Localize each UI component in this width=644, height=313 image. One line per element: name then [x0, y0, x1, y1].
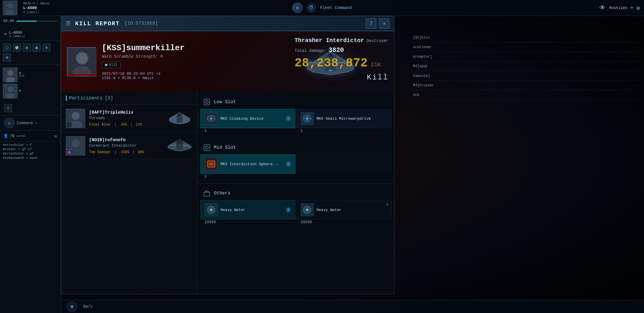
export-icon: ⤴: [370, 21, 372, 26]
jump-count: 0 jump(s): [9, 35, 25, 38]
location-name: L-AS00: [9, 31, 25, 35]
participant-ship-2: Cormorant Interdictor: [89, 143, 162, 148]
nav-icon-5[interactable]: ⊕: [42, 43, 50, 52]
command-section: ◎ Command ›: [0, 115, 61, 130]
participant-item-1[interactable]: [DAFT]TripleHelix Tornado Final Blow | 4…: [61, 105, 197, 132]
portrait-2[interactable]: [3, 84, 17, 98]
fit-person-icon-1: 👤: [286, 116, 291, 121]
low-slot-item-2-wrapper: MK9 Small Microwarpdrive 1: [296, 109, 391, 134]
nav-icon-4[interactable]: ◉: [32, 43, 41, 52]
low-slot-section: Low Slot: [198, 92, 394, 138]
others-item-1-wrapper: Heavy Water 👤 19350: [200, 200, 295, 225]
low-slot-item-2-details: MK9 Small Microwarpdrive: [316, 117, 387, 121]
target-icon[interactable]: ◎: [4, 118, 15, 128]
microwarpdrive-icon: [301, 112, 314, 125]
pct-display: 49.0%: [3, 19, 14, 23]
others-item-2-close[interactable]: ✕: [385, 202, 390, 207]
kill-report-title: KILL REPORT: [75, 20, 120, 27]
clock-icon: ⏱: [307, 3, 316, 12]
export-button[interactable]: ⤴: [366, 18, 376, 29]
participant-ship-img-2: [167, 137, 193, 154]
corp-icon-1: [66, 122, 72, 128]
portrait-1[interactable]: [3, 68, 17, 82]
settings-icon[interactable]: ⚙: [67, 301, 77, 312]
add-button[interactable]: +: [4, 104, 12, 112]
participant-name-1: [DAFT]TripleHelix: [89, 110, 162, 115]
mid-slot-item-2: [296, 154, 391, 172]
close-button[interactable]: ✕: [379, 18, 390, 29]
low-slot-item-2[interactable]: MK9 Small Microwarpdrive: [296, 109, 391, 128]
low-slot-label: Low Slot: [214, 99, 236, 105]
participant-name-2: [NOIR]tofonofo: [89, 138, 162, 143]
kill-badge: Kill: [102, 62, 121, 68]
mid-slot-item-1[interactable]: MK5 Interdiction Sphere... 👤: [200, 154, 295, 174]
others-label: Others: [214, 191, 231, 196]
svg-point-60: [306, 209, 308, 211]
participant-ship-img-1: [167, 110, 193, 127]
low-slot-item-1-details: MK5 Cloaking Device: [220, 117, 283, 121]
mail-icon[interactable]: ✉: [54, 133, 57, 139]
svg-point-47: [306, 118, 308, 119]
right-item-2: ecutioner: [409, 43, 638, 52]
player-name: L-AS00: [23, 6, 50, 10]
equipment-panel: Low Slot: [198, 92, 394, 294]
others-item-2-wrapper: Heavy Water ✕ 29250: [296, 200, 391, 225]
kill-badge-text: Kill: [109, 63, 117, 67]
hero-section: [KSS]summerkiller Warp Scramble Strength…: [61, 31, 394, 92]
chat-2: Brutmor > gf o7: [3, 148, 58, 151]
svg-point-43: [210, 118, 212, 119]
isk-label: ISK: [370, 61, 381, 68]
heavy-water-icon-2: [301, 203, 314, 216]
svg-point-33: [68, 151, 71, 154]
chat-1: Vertechular > f: [3, 143, 58, 147]
interdiction-icon: [205, 158, 218, 170]
participant-item-2[interactable]: [NOIR]tofonofo Cormorant Interdictor Top…: [61, 132, 197, 160]
player-avatar[interactable]: [3, 1, 17, 15]
nav-icon-3[interactable]: ◈: [23, 43, 31, 52]
svg-rect-53: [204, 192, 210, 196]
add-section: +: [0, 101, 61, 115]
right-item-5: Capsule]: [409, 72, 638, 81]
others-item-2-qty: 29250: [296, 219, 391, 225]
participants-count: [2]: [105, 96, 113, 101]
top-bar: BMJD-4 | Omist L-AS00 0 jump(s) ⚙ ⏱ Flee…: [0, 0, 644, 16]
filter-icon[interactable]: ⊞: [636, 5, 640, 11]
right-item-4: MJ]xpq1: [409, 62, 638, 71]
others-item-1[interactable]: Heavy Water 👤: [200, 200, 295, 219]
svg-rect-52: [209, 163, 213, 165]
kr-body: Participants [2] [DAFT]TripleHelix Torna…: [61, 92, 394, 294]
player-corp: BMJD-4 | Omist: [23, 2, 50, 5]
svg-rect-37: [170, 145, 176, 146]
chat-3: Vertechular > gf: [3, 152, 58, 155]
others-item-1-details: Heavy Water: [220, 208, 283, 212]
others-item-2-details: Heavy Water: [316, 208, 387, 212]
local-panel: 👤 79 Local ✉ Vertechular > f Brutmor > g…: [0, 130, 61, 162]
nav-icon-1[interactable]: ⬡: [3, 43, 11, 52]
hostiles-label: Hostiles: [609, 6, 627, 10]
victim-avatar: [67, 47, 96, 76]
participants-panel: Participants [2] [DAFT]TripleHelix Torna…: [61, 92, 198, 294]
svg-rect-36: [177, 140, 182, 143]
participants-label: Participants: [69, 96, 102, 101]
low-slot-item-1[interactable]: MK5 Cloaking Device 👤: [200, 109, 295, 128]
menu-icon[interactable]: ☰: [66, 20, 70, 27]
low-slot-row: MK5 Cloaking Device 👤 1: [198, 109, 394, 135]
damage-value: 3820: [329, 47, 344, 54]
top-right-controls: 👁 Hostiles ▼ ⊞: [599, 4, 640, 12]
damage-label: Total damage:: [294, 48, 326, 53]
others-header: Others: [198, 186, 394, 200]
right-item-7: eck: [409, 91, 638, 100]
cloaking-device-icon: [205, 112, 218, 125]
others-item-2[interactable]: Heavy Water ✕: [296, 200, 391, 219]
header-actions: ⤴ ✕: [366, 18, 390, 29]
nav-icon-2[interactable]: ⬢: [13, 43, 21, 52]
participant-ship-1: Tornado: [89, 116, 162, 120]
close-icon: ✕: [383, 21, 386, 26]
dropdown-arrow[interactable]: ▼: [631, 6, 633, 10]
player-stats: 0 jump(s): [23, 11, 50, 14]
low-slot-item-2-name: MK9 Small Microwarpdrive: [316, 117, 387, 121]
low-slot-item-1-wrapper: MK5 Cloaking Device 👤 1: [200, 109, 295, 134]
mid-slot-item-1-details: MK5 Interdiction Sphere...: [220, 162, 283, 166]
nav-icon-6[interactable]: ⊗: [3, 53, 11, 61]
command-label[interactable]: Command ›: [17, 121, 37, 125]
